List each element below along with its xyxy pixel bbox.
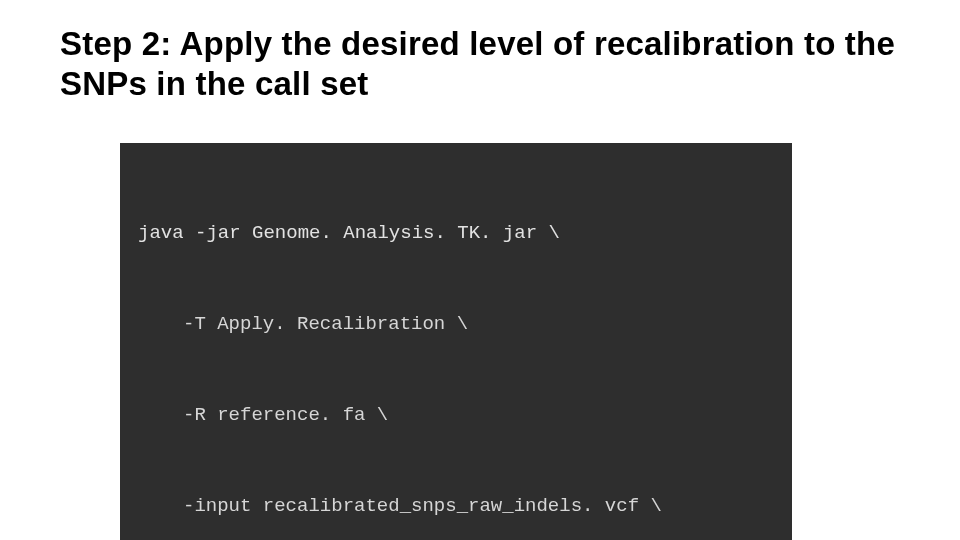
code-line: -input recalibrated_snps_raw_indels. vcf…: [138, 491, 774, 521]
code-line: java -jar Genome. Analysis. TK. jar \: [138, 218, 774, 248]
slide-title: Step 2: Apply the desired level of recal…: [60, 24, 912, 103]
code-line: -T Apply. Recalibration \: [138, 309, 774, 339]
slide: Step 2: Apply the desired level of recal…: [0, 0, 960, 540]
code-line: -R reference. fa \: [138, 400, 774, 430]
code-block: java -jar Genome. Analysis. TK. jar \ -T…: [120, 143, 792, 540]
